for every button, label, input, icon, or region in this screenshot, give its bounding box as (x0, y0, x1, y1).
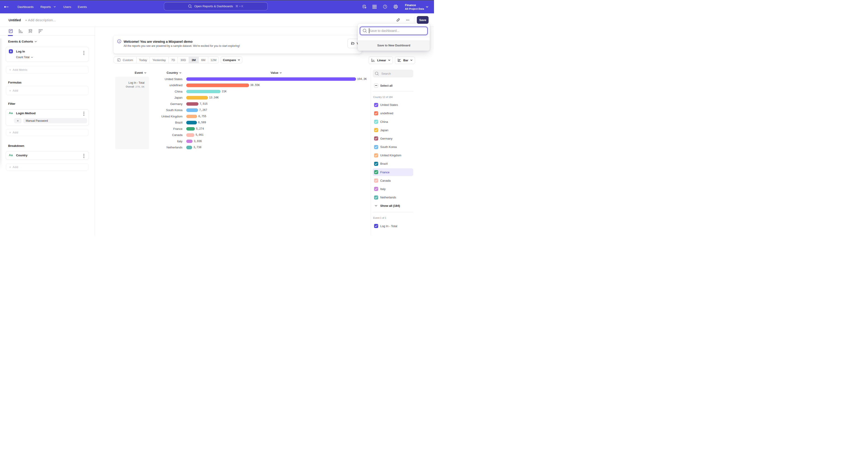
svg-text:?: ? (384, 5, 386, 8)
